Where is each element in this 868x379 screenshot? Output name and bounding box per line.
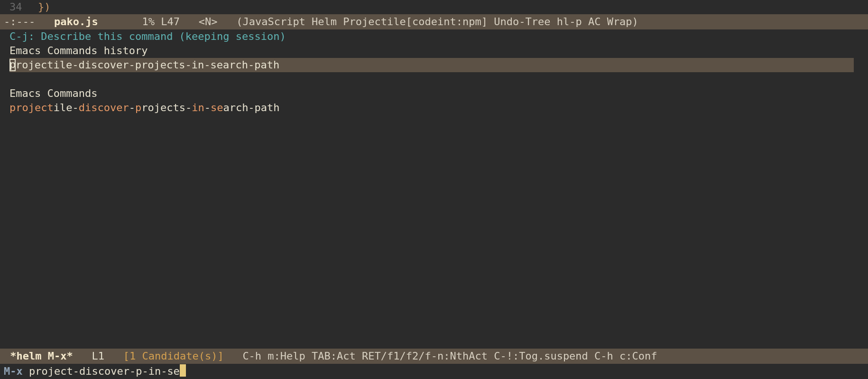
modeline-main: -:--- pako.js 1% L47 <N> (JavaScript Hel… [0,14,868,29]
helm-position: L1 [92,349,104,364]
helm-candidate-selected[interactable]: rojectile-discover-projects-in-search-pa… [9,58,854,72]
block-cursor-icon [180,364,186,377]
minibuffer[interactable]: M-x project-discover-p-in-se [0,364,868,379]
modeline-percent: 1% [142,14,161,29]
cursor-outline-icon [9,59,16,71]
helm-buffer-name: *helm M-x* [4,349,73,364]
editor-code-fragment: 34 }) [0,0,868,14]
spacer [0,72,868,86]
helm-candidate-selected-text: rojectile-discover-projects-in-search-pa… [9,58,279,72]
code-text: }) [38,0,51,14]
helm-section-history-title: Emacs Commands history [0,44,868,58]
helm-candidate-count: [1 Candidate(s)] [123,349,224,364]
helm-section-commands-title: Emacs Commands [0,86,868,101]
minibuffer-prompt: M-x [4,364,29,379]
modeline-evil-state: <N> [199,14,218,29]
helm-keybind-help: C-h m:Help TAB:Act RET/f1/f2/f-n:NthAct … [242,349,657,364]
modeline-modes: (JavaScript Helm Projectile[codeint:npm]… [236,14,638,29]
modeline-status: -:--- [4,14,41,29]
helm-empty-area [0,115,868,349]
modeline-filename: pako.js [41,14,98,29]
line-number: 34 [9,0,22,14]
modeline-line: L47 [161,14,180,29]
helm-candidate[interactable]: projectile-discover-projects-in-search-p… [0,101,868,115]
helm-header-hint: C-j: Describe this command (keeping sess… [0,29,868,44]
modeline-helm: *helm M-x* L1 [1 Candidate(s)] C-h m:Hel… [0,349,868,364]
minibuffer-input-text: project-discover-p-in-se [29,364,180,379]
